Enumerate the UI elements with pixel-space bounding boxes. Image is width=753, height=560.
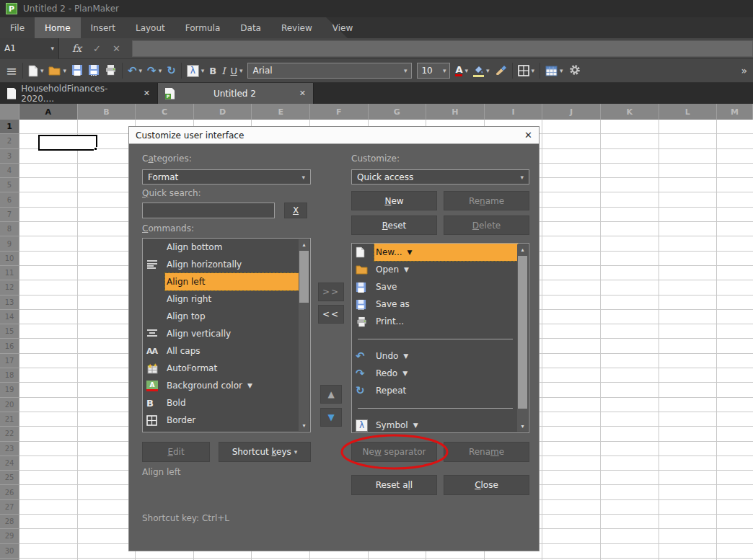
row-header-11[interactable]: 11 — [0, 266, 19, 280]
save-button[interactable] — [71, 64, 83, 78]
column-header-k[interactable]: K — [601, 104, 659, 120]
delete-toolbar-button[interactable]: Delete — [444, 215, 529, 235]
scrollbar-thumb[interactable] — [299, 251, 309, 303]
repeat-button[interactable]: ↻ — [167, 64, 176, 77]
quick-search-input[interactable] — [142, 203, 275, 218]
formula-input[interactable] — [132, 40, 753, 57]
column-header-g[interactable]: G — [369, 104, 427, 120]
command-align-horizontally[interactable]: Align horizontally — [143, 256, 310, 273]
font-size-combo[interactable]: 10 ▾ — [417, 63, 450, 79]
tab-untitled-2[interactable]: P Untitled 2 ✕ — [158, 83, 314, 104]
chevron-down-icon[interactable]: ▾ — [560, 67, 563, 74]
row-header-14[interactable]: 14 — [0, 310, 19, 324]
close-dialog-button[interactable]: Close — [444, 475, 529, 495]
quick-item-open[interactable]: Open ▼ — [352, 261, 529, 278]
row-header-16[interactable]: 16 — [0, 339, 19, 353]
new-document-button[interactable]: ▾ — [28, 65, 44, 77]
scroll-down-icon[interactable]: ▾ — [299, 420, 309, 431]
row-header-26[interactable]: 26 — [0, 485, 19, 499]
redo-button[interactable]: ↷ ▾ — [147, 64, 162, 77]
command-bold[interactable]: B Bold — [143, 394, 310, 412]
scroll-up-icon[interactable]: ▴ — [299, 239, 309, 250]
row-header-25[interactable]: 25 — [0, 471, 19, 485]
column-header-l[interactable]: L — [659, 104, 718, 120]
close-icon[interactable]: ✕ — [144, 89, 150, 98]
table-button[interactable]: ▾ — [545, 66, 563, 76]
quick-item-save[interactable]: Save — [352, 278, 529, 295]
active-cell-a1[interactable] — [38, 135, 97, 151]
command-all-caps[interactable]: AA All caps — [143, 342, 310, 360]
row-header-20[interactable]: 20 — [0, 398, 19, 412]
move-up-button[interactable]: ▲ — [320, 385, 342, 404]
command-align-bottom[interactable]: Align bottom — [143, 239, 310, 256]
menu-insert[interactable]: Insert — [81, 17, 126, 38]
row-header-21[interactable]: 21 — [0, 412, 19, 427]
menu-layout[interactable]: Layout — [126, 17, 175, 38]
customize-select[interactable]: Quick access ▾ — [351, 169, 529, 185]
row-header-5[interactable]: 5 — [0, 178, 19, 192]
column-header-a[interactable]: A — [19, 104, 78, 120]
chevron-down-icon[interactable]: ▾ — [239, 67, 243, 74]
row-header-8[interactable]: 8 — [0, 222, 19, 236]
column-header-f[interactable]: F — [310, 104, 369, 120]
row-header-2[interactable]: 2 — [0, 134, 19, 148]
chevron-down-icon[interactable]: ▾ — [464, 67, 468, 74]
column-header-b[interactable]: B — [78, 104, 136, 120]
row-header-27[interactable]: 27 — [0, 500, 19, 515]
row-header-3[interactable]: 3 — [0, 149, 19, 164]
row-header-30[interactable]: 30 — [0, 544, 19, 559]
command-align-vertically[interactable]: Align vertically — [143, 325, 310, 342]
menu-file[interactable]: File — [0, 17, 35, 38]
row-header-18[interactable]: 18 — [0, 368, 19, 383]
commands-scrollbar[interactable]: ▴ ▾ — [299, 239, 309, 431]
dialog-title-bar[interactable]: Customize user interface ✕ — [129, 127, 539, 144]
close-icon[interactable]: ✕ — [524, 130, 532, 141]
categories-select[interactable]: Format ▾ — [142, 169, 311, 185]
quick-access-scrollbar[interactable]: ▴ ▾ — [517, 244, 528, 432]
hamburger-icon[interactable]: ≡ — [6, 63, 17, 79]
chevron-down-icon[interactable]: ▾ — [139, 67, 143, 74]
commands-list[interactable]: Align bottom Align horizontally Align le… — [142, 238, 311, 432]
chevron-down-icon[interactable]: ▾ — [50, 45, 54, 52]
row-header-7[interactable]: 7 — [0, 208, 19, 222]
menu-review[interactable]: Review — [271, 17, 322, 38]
row-header-13[interactable]: 13 — [0, 295, 19, 310]
quick-item-print[interactable]: Print... — [352, 313, 529, 330]
edit-button[interactable]: Edit — [142, 442, 210, 462]
column-header-h[interactable]: H — [426, 104, 485, 120]
quick-item-new[interactable]: New... ▼ — [352, 244, 529, 261]
command-background-color[interactable]: A Background color ▼ — [143, 377, 310, 394]
scrollbar-thumb[interactable] — [518, 256, 527, 409]
column-header-i[interactable]: I — [485, 104, 543, 120]
chevron-down-icon[interactable]: ▾ — [404, 67, 408, 74]
italic-button[interactable]: I — [221, 66, 225, 76]
row-header-12[interactable]: 12 — [0, 280, 19, 295]
fill-handle[interactable] — [94, 147, 97, 151]
select-all-corner[interactable] — [0, 104, 19, 120]
command-align-top[interactable]: Align top — [143, 308, 310, 325]
symbol-button[interactable]: λ ▾ — [187, 65, 205, 77]
row-header-23[interactable]: 23 — [0, 442, 19, 456]
confirm-icon[interactable]: ✓ — [93, 43, 101, 54]
font-name-combo[interactable]: Arial ▾ — [247, 63, 412, 79]
remove-command-button[interactable]: << — [318, 305, 344, 324]
menu-view[interactable]: View — [322, 17, 363, 38]
row-header-28[interactable]: 28 — [0, 515, 19, 529]
chevron-down-icon[interactable]: ▾ — [486, 67, 490, 74]
chevron-down-icon[interactable]: ▾ — [443, 67, 446, 74]
format-painter-button[interactable] — [495, 64, 507, 77]
row-header-19[interactable]: 19 — [0, 383, 19, 397]
row-header-17[interactable]: 17 — [0, 354, 19, 368]
chevron-down-icon[interactable]: ▾ — [63, 67, 66, 74]
menu-data[interactable]: Data — [230, 17, 271, 38]
row-header-1[interactable]: 1 — [0, 120, 19, 134]
column-header-j[interactable]: J — [542, 104, 601, 120]
row-header-15[interactable]: 15 — [0, 324, 19, 339]
row-header-6[interactable]: 6 — [0, 192, 19, 207]
quick-item-undo[interactable]: ↶ Undo ▼ — [352, 347, 529, 365]
scroll-down-icon[interactable]: ▾ — [517, 421, 528, 432]
borders-button[interactable]: ▾ — [518, 65, 535, 76]
fill-color-button[interactable]: ▾ — [473, 65, 490, 77]
row-header-22[interactable]: 22 — [0, 427, 19, 441]
font-color-button[interactable]: A ▾ — [455, 65, 468, 76]
